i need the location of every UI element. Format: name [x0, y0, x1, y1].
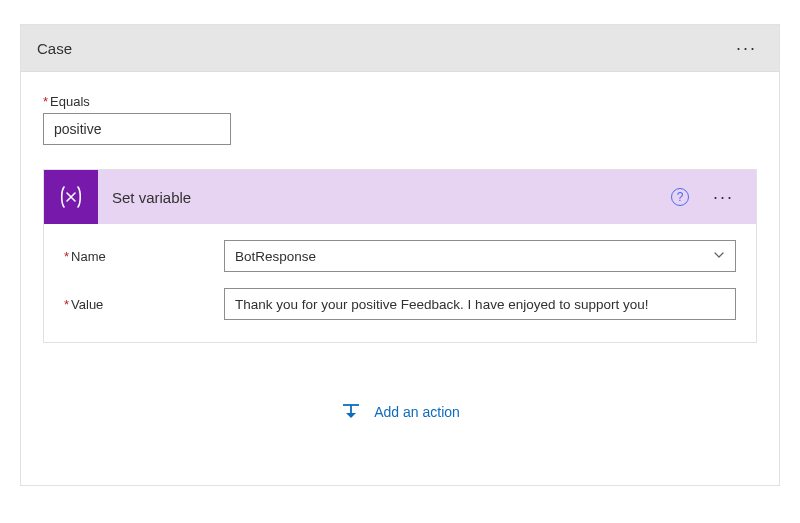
required-asterisk: *	[64, 297, 69, 312]
case-card: Case ··· *Equals Set variable ? ···	[20, 24, 780, 486]
set-variable-body: *Name BotResponse *Value	[44, 224, 756, 342]
set-variable-title: Set variable	[112, 189, 191, 206]
add-action-button[interactable]: Add an action	[43, 401, 757, 423]
case-body: *Equals Set variable ? ···	[21, 72, 779, 439]
name-select[interactable]: BotResponse	[224, 240, 736, 272]
equals-input[interactable]	[43, 113, 231, 145]
name-label: *Name	[64, 249, 224, 264]
required-asterisk: *	[43, 94, 48, 109]
set-variable-header[interactable]: Set variable ? ···	[44, 170, 756, 224]
required-asterisk: *	[64, 249, 69, 264]
case-menu-icon[interactable]: ···	[732, 35, 761, 61]
equals-label: *Equals	[43, 94, 757, 109]
add-action-label: Add an action	[374, 404, 460, 420]
name-row: *Name BotResponse	[64, 240, 736, 272]
add-action-icon	[340, 401, 362, 423]
name-select-value: BotResponse	[235, 249, 316, 264]
set-variable-card: Set variable ? ··· *Name BotResponse	[43, 169, 757, 343]
help-icon[interactable]: ?	[671, 188, 689, 206]
value-label: *Value	[64, 297, 224, 312]
set-variable-menu-icon[interactable]: ···	[709, 184, 738, 210]
value-row: *Value	[64, 288, 736, 320]
value-input[interactable]	[224, 288, 736, 320]
case-title: Case	[37, 40, 72, 57]
chevron-down-icon	[713, 249, 725, 264]
case-header[interactable]: Case ···	[21, 25, 779, 72]
variable-icon	[44, 170, 98, 224]
set-variable-header-right: ? ···	[671, 184, 756, 210]
